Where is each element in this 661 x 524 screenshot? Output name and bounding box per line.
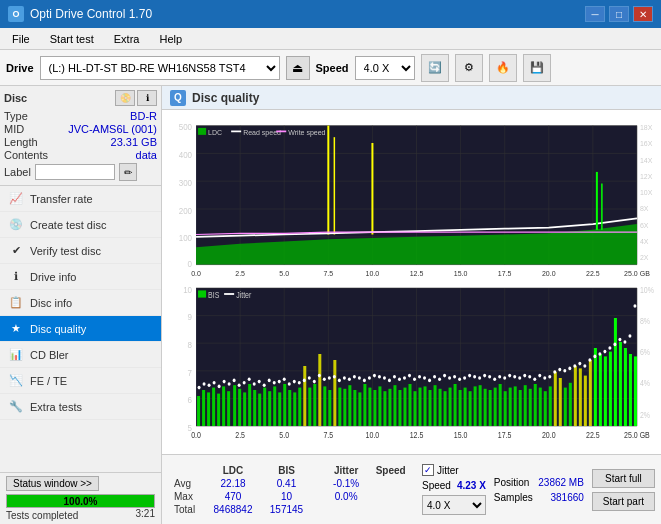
svg-point-189 (343, 376, 346, 380)
svg-rect-112 (398, 390, 401, 426)
avg-speed (367, 477, 414, 490)
disc-load-icon[interactable]: 📀 (115, 90, 135, 106)
svg-rect-148 (579, 368, 582, 426)
minimize-button[interactable]: ─ (585, 6, 605, 22)
disc-info-icon[interactable]: ℹ (137, 90, 157, 106)
svg-point-217 (483, 374, 486, 378)
svg-rect-154 (609, 352, 612, 426)
total-speed (367, 503, 414, 516)
svg-rect-158 (629, 354, 632, 426)
svg-text:BIS: BIS (208, 290, 219, 300)
svg-text:10%: 10% (640, 285, 654, 295)
svg-text:4X: 4X (640, 236, 649, 246)
eject-button[interactable]: ⏏ (286, 56, 310, 80)
status-bar: Status window >> 100.0% Tests completed … (0, 472, 161, 524)
svg-text:8: 8 (188, 339, 193, 350)
settings-button[interactable]: ⚙ (455, 54, 483, 82)
svg-rect-144 (559, 378, 562, 426)
svg-rect-124 (459, 390, 462, 426)
disc-section: Disc 📀 ℹ Type BD-R MID JVC-AMS6L (001) L… (0, 86, 161, 186)
svg-rect-131 (494, 388, 497, 426)
svg-rect-133 (504, 391, 507, 426)
svg-point-181 (303, 379, 306, 383)
start-part-button[interactable]: Start part (592, 492, 655, 511)
svg-text:25.0 GB: 25.0 GB (624, 430, 650, 440)
nav-disc-quality[interactable]: ★ Disc quality (0, 316, 161, 342)
status-window-button[interactable]: Status window >> (6, 476, 99, 491)
svg-point-244 (618, 338, 621, 342)
nav-transfer-rate[interactable]: 📈 Transfer rate (0, 186, 161, 212)
svg-rect-130 (489, 390, 492, 426)
total-jitter (325, 503, 367, 516)
svg-rect-136 (519, 390, 522, 426)
svg-point-173 (263, 383, 266, 387)
save-button[interactable]: 💾 (523, 54, 551, 82)
total-ldc: 8468842 (205, 503, 262, 516)
svg-rect-119 (434, 385, 437, 426)
svg-rect-115 (414, 391, 417, 426)
nav-drive-info[interactable]: ℹ Drive info (0, 264, 161, 290)
label-edit-button[interactable]: ✏ (119, 163, 137, 181)
svg-point-200 (398, 377, 401, 381)
quality-icon: Q (170, 90, 186, 106)
svg-rect-73 (202, 390, 205, 426)
svg-rect-146 (569, 383, 572, 426)
svg-point-234 (568, 367, 571, 371)
maximize-button[interactable]: □ (609, 6, 629, 22)
stats-jitter-header: Jitter (325, 464, 367, 477)
svg-point-177 (283, 377, 286, 381)
menu-extra[interactable]: Extra (106, 31, 148, 47)
start-full-button[interactable]: Start full (592, 469, 655, 488)
nav-extra-tests[interactable]: 🔧 Extra tests (0, 394, 161, 420)
svg-text:7.5: 7.5 (323, 430, 333, 440)
refresh-button[interactable]: 🔄 (421, 54, 449, 82)
jitter-checkbox-row: ✓ Jitter (422, 464, 486, 476)
svg-text:10.0: 10.0 (366, 269, 380, 279)
svg-rect-102 (348, 385, 351, 426)
svg-rect-138 (529, 389, 532, 426)
svg-point-241 (603, 350, 606, 354)
drive-select[interactable]: (L:) HL-DT-ST BD-RE WH16NS58 TST4 (40, 56, 280, 80)
speed-select[interactable]: 4.0 X (355, 56, 415, 80)
nav-disc-info[interactable]: 📋 Disc info (0, 290, 161, 316)
disc-title: Disc (4, 92, 27, 104)
menu-start-test[interactable]: Start test (42, 31, 102, 47)
cd-bler-icon: 📊 (8, 347, 24, 363)
svg-point-227 (533, 377, 536, 381)
svg-point-235 (573, 364, 576, 368)
titlebar-left: O Opti Drive Control 1.70 (8, 6, 152, 22)
svg-point-199 (393, 375, 396, 379)
jitter-checkbox[interactable]: ✓ (422, 464, 434, 476)
close-button[interactable]: ✕ (633, 6, 653, 22)
svg-point-220 (498, 375, 501, 379)
nav-fe-te[interactable]: 📉 FE / TE (0, 368, 161, 394)
jitter-speed-area: ✓ Jitter Speed 4.23 X 4.0 X (422, 464, 486, 515)
svg-text:Read speed: Read speed (243, 127, 281, 137)
burn-button[interactable]: 🔥 (489, 54, 517, 82)
svg-rect-74 (207, 392, 210, 426)
svg-point-212 (458, 377, 461, 381)
svg-point-225 (523, 374, 526, 378)
svg-rect-75 (212, 388, 215, 426)
svg-rect-81 (243, 392, 246, 426)
menu-help[interactable]: Help (151, 31, 190, 47)
bis-chart-wrapper: 10 9 8 7 6 5 10% 8% 6% 4% 2% 0.0 2.5 5.0 (166, 282, 657, 450)
nav-verify-test-disc[interactable]: ✔ Verify test disc (0, 238, 161, 264)
svg-text:22.5: 22.5 (586, 430, 600, 440)
svg-rect-95 (313, 384, 316, 426)
svg-point-201 (403, 376, 406, 380)
max-speed (367, 490, 414, 503)
menu-file[interactable]: File (4, 31, 38, 47)
speed-select2[interactable]: 4.0 X (422, 495, 486, 515)
svg-point-162 (208, 383, 211, 387)
svg-rect-127 (474, 386, 477, 426)
svg-text:7.5: 7.5 (323, 269, 333, 279)
svg-point-246 (628, 334, 631, 338)
content-area: Q Disc quality (162, 86, 661, 524)
svg-rect-101 (343, 389, 346, 426)
nav-cd-bler[interactable]: 📊 CD Bler (0, 342, 161, 368)
max-label: Max (168, 490, 205, 503)
nav-create-test-disc[interactable]: 💿 Create test disc (0, 212, 161, 238)
svg-point-224 (518, 376, 521, 380)
label-input[interactable] (35, 164, 115, 180)
